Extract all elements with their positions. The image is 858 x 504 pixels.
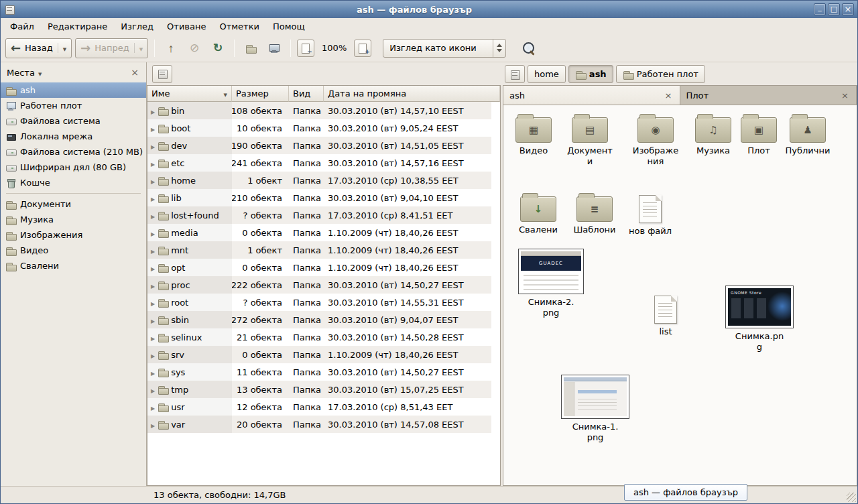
tab-ash[interactable]: ash xyxy=(503,86,680,105)
expander-icon[interactable] xyxy=(151,246,155,255)
expander-icon[interactable] xyxy=(151,229,155,237)
place-item[interactable]: Шифриран дял (80 GB) xyxy=(1,160,146,175)
column-header-type[interactable]: Вид xyxy=(289,86,324,102)
icon-item-public[interactable]: Публични xyxy=(779,113,837,156)
expander-icon[interactable] xyxy=(151,298,155,307)
reload-button[interactable] xyxy=(208,38,228,58)
icon-item-snimka[interactable]: GNOME Store Снимка.png xyxy=(723,286,796,353)
menu-item[interactable]: Отметки xyxy=(212,19,265,34)
expander-icon[interactable] xyxy=(151,351,155,359)
place-item[interactable]: Документи xyxy=(1,196,146,212)
expander-icon[interactable] xyxy=(151,403,155,412)
forward-button[interactable]: Напред xyxy=(75,38,148,58)
file-row[interactable]: usr 12 обекта Папка 17.03.2010 (ср) 8,51… xyxy=(147,398,491,416)
expander-icon[interactable] xyxy=(151,141,155,150)
breadcrumb-ash[interactable]: ash xyxy=(568,65,613,83)
chevron-down-icon[interactable] xyxy=(58,43,66,53)
icon-item-documents[interactable]: Документи xyxy=(561,113,619,167)
place-item[interactable]: Изображения xyxy=(1,227,146,243)
stop-button[interactable] xyxy=(184,38,204,58)
expander-icon[interactable] xyxy=(151,368,155,377)
place-item[interactable]: Работен плот xyxy=(1,98,146,113)
tab-close-icon[interactable] xyxy=(840,90,850,101)
expander-icon[interactable] xyxy=(151,211,155,220)
titlebar[interactable]: ash — файлов браузър xyxy=(1,1,857,18)
home-button[interactable] xyxy=(241,38,261,58)
icon-item-new-file[interactable]: нов файл xyxy=(621,192,679,237)
place-item[interactable]: ash xyxy=(1,82,146,98)
file-row[interactable]: proc 222 обекта Папка 30.03.2010 (вт) 14… xyxy=(147,276,491,294)
tab-close-icon[interactable] xyxy=(664,90,674,101)
place-item[interactable]: Файлова система xyxy=(1,113,146,129)
minimize-button[interactable] xyxy=(814,3,826,15)
icon-item-templates[interactable]: Шаблони xyxy=(566,192,623,235)
places-selector[interactable]: Места xyxy=(7,68,35,78)
file-row[interactable]: root ? обекта Папка 30.03.2010 (вт) 14,5… xyxy=(147,294,491,311)
place-item[interactable]: Свалени xyxy=(1,258,146,273)
expander-icon[interactable] xyxy=(151,107,155,115)
file-row[interactable]: home 1 обект Папка 17.03.2010 (ср) 10,38… xyxy=(147,172,491,189)
file-row[interactable]: media 0 обекта Папка 1.10.2009 (чт) 18,4… xyxy=(147,224,491,241)
column-header-size[interactable]: Размер xyxy=(232,86,289,102)
menu-item[interactable]: Отиване xyxy=(160,19,212,34)
menu-item[interactable]: Редактиране xyxy=(41,19,114,34)
expander-icon[interactable] xyxy=(151,159,155,168)
expander-icon[interactable] xyxy=(151,194,155,202)
column-header-modified[interactable]: Дата на промяна xyxy=(324,86,500,102)
menu-item[interactable]: Помощ xyxy=(266,19,312,34)
file-row[interactable]: sys 11 обекта Папка 30.03.2010 (вт) 14,5… xyxy=(147,363,491,381)
resize-grip[interactable] xyxy=(847,493,856,502)
file-row[interactable]: srv 0 обекта Папка 1.10.2009 (чт) 18,40,… xyxy=(147,346,491,363)
view-mode-select[interactable]: Изглед като икони xyxy=(383,39,506,58)
breadcrumb-desktop[interactable]: Работен плот xyxy=(616,65,705,83)
place-item[interactable]: Видео xyxy=(1,243,146,258)
column-header-name[interactable]: Име xyxy=(147,86,232,102)
place-item[interactable]: Локална мрежа xyxy=(1,129,146,144)
expander-icon[interactable] xyxy=(151,263,155,272)
zoom-out-button[interactable] xyxy=(297,40,314,57)
search-button[interactable] xyxy=(519,38,539,58)
expander-icon[interactable] xyxy=(151,385,155,394)
close-button[interactable] xyxy=(842,3,854,15)
back-button[interactable]: Назад xyxy=(5,38,72,58)
file-row[interactable]: sbin 272 обекта Папка 30.03.2010 (вт) 9,… xyxy=(147,311,491,328)
icon-item-snimka2[interactable]: GUADEC Снимка-2.png xyxy=(514,249,588,318)
sidebar-close-button[interactable] xyxy=(129,67,140,78)
up-button[interactable] xyxy=(161,38,181,58)
file-row[interactable]: boot 10 обекта Папка 30.03.2010 (вт) 9,0… xyxy=(147,119,491,137)
tab-desktop[interactable]: Плот xyxy=(680,86,857,105)
file-row[interactable]: mnt 1 обект Папка 1.10.2009 (чт) 18,40,2… xyxy=(147,241,491,259)
file-row[interactable]: dev 190 обекта Папка 30.03.2010 (вт) 14,… xyxy=(147,137,491,154)
icon-item-pictures[interactable]: Изображения xyxy=(627,113,684,167)
place-item[interactable]: Кошче xyxy=(1,175,146,190)
menu-item[interactable]: Изглед xyxy=(114,19,160,34)
maximize-button[interactable] xyxy=(828,3,840,15)
file-row[interactable]: var 20 обекта Папка 30.03.2010 (вт) 14,5… xyxy=(147,416,491,433)
file-row[interactable]: bin 108 обекта Папка 30.03.2010 (вт) 14,… xyxy=(147,102,491,119)
pathbar-toggle-button[interactable] xyxy=(152,65,172,83)
place-item[interactable]: Музика xyxy=(1,212,146,227)
icon-item-list-file[interactable]: list xyxy=(637,293,694,337)
icon-item-snimka1[interactable]: Снимка-1.png xyxy=(558,375,632,443)
place-item[interactable]: Файлова система (210 MB) xyxy=(1,144,146,160)
expander-icon[interactable] xyxy=(151,176,155,185)
breadcrumb-home[interactable]: home xyxy=(528,65,566,83)
expander-icon[interactable] xyxy=(151,420,155,429)
file-row[interactable]: selinux 21 обекта Папка 30.03.2010 (вт) … xyxy=(147,328,491,346)
computer-button[interactable] xyxy=(264,38,284,58)
file-row[interactable]: lib 210 обекта Папка 30.03.2010 (вт) 9,0… xyxy=(147,189,491,206)
expander-icon[interactable] xyxy=(151,124,155,133)
menu-item[interactable]: Файл xyxy=(3,19,41,34)
file-row[interactable]: opt 0 обекта Папка 1.10.2009 (чт) 18,40,… xyxy=(147,259,491,276)
pathbar-root-button[interactable] xyxy=(505,65,525,83)
spinner-arrows-icon[interactable] xyxy=(493,40,505,57)
expander-icon[interactable] xyxy=(151,316,155,324)
icon-item-video[interactable]: Видео xyxy=(505,113,562,156)
expander-icon[interactable] xyxy=(151,281,155,290)
zoom-in-button[interactable] xyxy=(354,40,371,57)
chevron-down-icon[interactable] xyxy=(134,43,143,53)
icon-item-downloads[interactable]: Свалени xyxy=(509,192,567,235)
file-row[interactable]: lost+found ? обекта Папка 17.03.2010 (ср… xyxy=(147,206,491,224)
file-row[interactable]: etc 241 обекта Папка 30.03.2010 (вт) 14,… xyxy=(147,154,491,172)
file-row[interactable]: tmp 13 обекта Папка 30.03.2010 (вт) 15,0… xyxy=(147,381,491,398)
